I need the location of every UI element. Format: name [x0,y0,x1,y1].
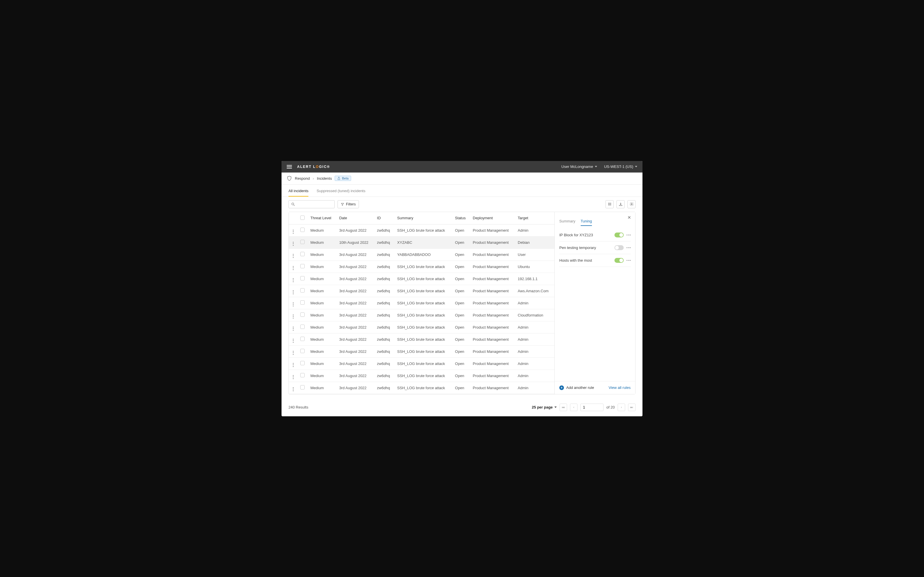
view-all-rules-link[interactable]: View all rules [609,385,631,390]
cell-threat: Medium [307,369,336,382]
row-actions-icon[interactable] [293,314,294,319]
add-rule-button[interactable]: + Add another rule [559,385,594,390]
table-row[interactable]: Medium 3rd August 2022 zw6dhq SSH_LOG br… [289,382,554,394]
col-date[interactable]: Date [336,212,374,224]
cell-deployment: Product Management [470,224,515,236]
rule-menu-icon[interactable] [627,247,631,248]
cell-id: zw6dhq [374,285,394,297]
cell-threat: Medium [307,224,336,236]
col-id[interactable]: ID [374,212,394,224]
row-checkbox[interactable] [300,300,305,305]
cell-date: 3rd August 2022 [336,297,374,309]
row-checkbox[interactable] [300,385,305,390]
tab-suppressed-incidents[interactable]: Suppressed (tuned) incidents [317,189,365,197]
cell-summary: SSH_LOG brute force attack [394,333,452,345]
menu-icon[interactable] [287,165,292,169]
row-actions-icon[interactable] [293,327,294,330]
crumb-separator: › [313,176,314,181]
rule-menu-icon[interactable] [627,260,631,261]
table-row[interactable]: Medium 10th August 2022 zw6dhq XYZABC Op… [289,236,554,248]
table-row[interactable]: Medium 3rd August 2022 zw6dhq SSH_LOG br… [289,297,554,309]
rule-name: Pen testing temporary [559,245,596,250]
col-threat[interactable]: Threat Level [307,212,336,224]
table-row[interactable]: Medium 3rd August 2022 zw6dhq SSH_LOG br… [289,345,554,358]
table-row[interactable]: Medium 3rd August 2022 zw6dhq SSH_LOG br… [289,358,554,369]
row-checkbox[interactable] [300,227,305,232]
page-number-input[interactable] [580,404,604,411]
cell-date: 3rd August 2022 [336,345,374,358]
select-all-checkbox[interactable] [300,216,305,220]
row-checkbox[interactable] [300,252,305,256]
crumb-incidents[interactable]: Incidents [317,176,332,181]
cell-summary: SSH_LOG brute force attack [394,345,452,358]
prev-page-button[interactable]: ‹ [570,404,577,411]
region-dropdown[interactable]: US-WEST-1 (US) [604,164,637,169]
row-actions-icon[interactable] [293,230,294,234]
row-checkbox[interactable] [300,349,305,353]
row-actions-icon[interactable] [293,339,294,343]
next-page-button[interactable]: › [618,404,625,411]
table-row[interactable]: Medium 3rd August 2022 zw6dhq SSH_LOG br… [289,224,554,236]
columns-button[interactable] [606,200,614,208]
shield-icon [287,176,292,181]
cell-summary: SSH_LOG brute force attack [394,369,452,382]
table-row[interactable]: Medium 3rd August 2022 zw6dhq SSH_LOG br… [289,261,554,272]
row-actions-icon[interactable] [293,363,294,367]
rule-toggle[interactable] [614,258,624,263]
download-button[interactable] [617,200,625,208]
filters-button[interactable]: Filters [338,200,359,208]
search-input[interactable] [288,200,334,208]
first-page-button[interactable]: ⏮ [560,404,567,411]
row-actions-icon[interactable] [293,254,294,258]
col-target[interactable]: Target [515,212,554,224]
table-row[interactable]: Medium 3rd August 2022 zw6dhq SSH_LOG br… [289,309,554,321]
cell-id: zw6dhq [374,236,394,248]
row-checkbox[interactable] [300,288,305,293]
row-checkbox[interactable] [300,361,305,365]
cell-status: Open [452,345,470,358]
tab-all-incidents[interactable]: All incidents [288,189,309,197]
crumb-respond[interactable]: Respond [295,176,310,181]
row-actions-icon[interactable] [293,242,294,246]
row-actions-icon[interactable] [293,351,294,355]
col-deployment[interactable]: Deployment [470,212,515,224]
table-row[interactable]: Medium 3rd August 2022 zw6dhq SSH_LOG br… [289,333,554,345]
row-checkbox[interactable] [300,324,305,329]
cell-target: Admin [515,321,554,333]
close-panel-icon[interactable]: ✕ [627,215,631,220]
cell-threat: Medium [307,321,336,333]
cell-summary: SSH_LOG brute force attack [394,261,452,272]
cell-summary: SSH_LOG brute force attack [394,382,452,394]
cell-threat: Medium [307,345,336,358]
cell-summary: YABBADABBADOO [394,248,452,261]
rule-toggle[interactable] [614,232,624,237]
row-actions-icon[interactable] [293,302,294,306]
table-row[interactable]: Medium 3rd August 2022 zw6dhq SSH_LOG br… [289,285,554,297]
row-checkbox[interactable] [300,264,305,268]
table-row[interactable]: Medium 3rd August 2022 zw6dhq SSH_LOG br… [289,272,554,285]
last-page-button[interactable]: ⏭ [628,404,636,411]
rule-menu-icon[interactable] [627,235,631,235]
table-row[interactable]: Medium 3rd August 2022 zw6dhq SSH_LOG br… [289,321,554,333]
row-checkbox[interactable] [300,313,305,317]
row-checkbox[interactable] [300,276,305,280]
settings-button[interactable] [627,200,636,208]
row-actions-icon[interactable] [293,387,294,391]
table-row[interactable]: Medium 3rd August 2022 zw6dhq YABBADABBA… [289,248,554,261]
row-actions-icon[interactable] [293,266,294,270]
row-checkbox[interactable] [300,240,305,244]
chevron-down-icon [595,166,597,167]
row-checkbox[interactable] [300,373,305,377]
rule-toggle[interactable] [614,245,624,250]
table-row[interactable]: Medium 3rd August 2022 zw6dhq SSH_LOG br… [289,369,554,382]
col-status[interactable]: Status [452,212,470,224]
row-actions-icon[interactable] [293,278,294,282]
user-dropdown[interactable]: User McLongname [561,164,597,169]
row-checkbox[interactable] [300,337,305,341]
row-actions-icon[interactable] [293,290,294,294]
row-actions-icon[interactable] [293,375,294,379]
per-page-dropdown[interactable]: 25 per page [532,405,557,409]
filters-label: Filters [346,202,356,206]
cell-date: 3rd August 2022 [336,285,374,297]
col-summary[interactable]: Summary [394,212,452,224]
